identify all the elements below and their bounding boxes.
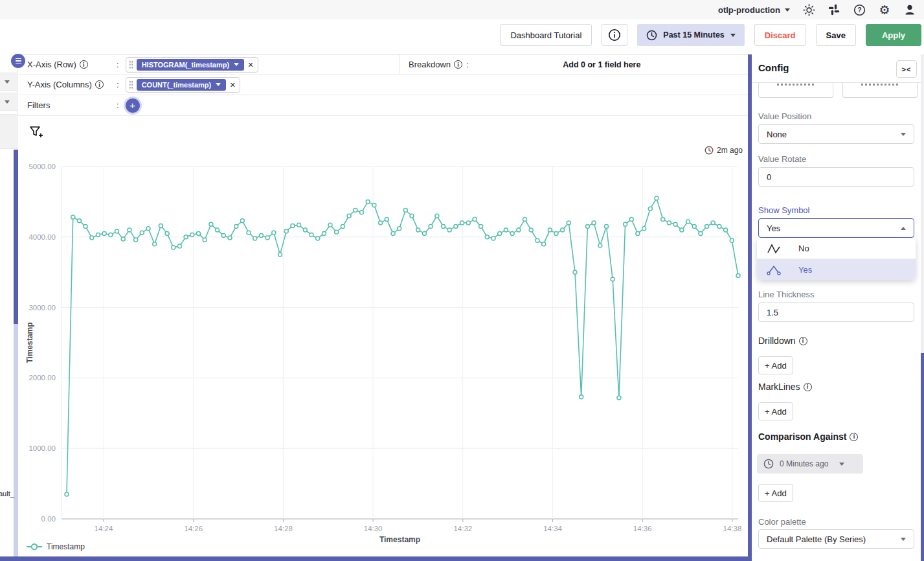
chevron-down-icon [901, 538, 906, 541]
show-symbol-select[interactable]: Yes [758, 218, 914, 238]
info-button[interactable] [602, 24, 627, 46]
drag-handle-icon[interactable] [129, 80, 133, 89]
field-chip-label: HISTOGRAM(_timestamp) [142, 61, 229, 69]
svg-text:14:38: 14:38 [723, 525, 742, 532]
clock-icon [763, 459, 774, 469]
info-icon[interactable]: i [80, 60, 88, 69]
svg-text:4000.00: 4000.00 [28, 233, 56, 241]
close-icon[interactable]: × [247, 60, 254, 69]
legend-item-timestamp[interactable]: Timestamp [26, 542, 85, 551]
y-axis-field-dropdown[interactable]: COUNT(_timestamp) [137, 79, 227, 91]
chevron-up-icon [901, 227, 906, 230]
svg-text:14:30: 14:30 [364, 525, 383, 532]
clock-icon [704, 146, 714, 155]
x-axis-field-dropdown[interactable]: HISTOGRAM(_timestamp) [137, 59, 244, 71]
time-range-label: Past 15 Minutes [663, 30, 724, 40]
y-axis-row: Y-Axis (Columns) i : COUNT(_timestamp) × [18, 74, 748, 95]
legend-label: Timestamp [47, 542, 85, 551]
y-axis-field-chip[interactable]: COUNT(_timestamp) × [126, 77, 241, 93]
help-icon[interactable]: ? [853, 3, 866, 16]
drilldown-add-button[interactable]: + Add [758, 356, 793, 374]
discard-button[interactable]: Discard [754, 24, 806, 46]
add-filter-button[interactable]: + [126, 98, 140, 113]
color-palette-select[interactable]: Default Palette (By Series) [758, 529, 914, 549]
comparison-time-select[interactable]: 0 Minutes ago [757, 454, 863, 474]
chevron-down-icon [839, 463, 844, 466]
org-selector[interactable]: otlp-production [718, 5, 790, 15]
x-axis-row: X-Axis (Row) i : HISTOGRAM(_timestamp) ×… [18, 54, 748, 74]
svg-text:14:36: 14:36 [633, 525, 652, 532]
clipped-field-text: ault_ [0, 490, 14, 498]
chevron-down-icon [901, 133, 906, 136]
svg-text:Timestamp: Timestamp [25, 322, 34, 363]
dashboard-tutorial-button[interactable]: Dashboard Tutorial [500, 24, 592, 46]
apply-button[interactable]: Apply [866, 24, 921, 46]
panel-editor-main: X-Axis (Row) i : HISTOGRAM(_timestamp) ×… [18, 54, 748, 556]
time-range-picker[interactable]: Past 15 Minutes [637, 24, 744, 46]
drag-handle-icon[interactable] [129, 60, 133, 69]
info-icon[interactable]: i [454, 60, 462, 69]
chart-panel: 2m ago 5000.004000.003000.002000.001000.… [18, 117, 748, 556]
sidebar-collapse-toggle[interactable] [0, 93, 18, 111]
add-filter-condition-icon[interactable] [28, 124, 44, 143]
refresh-time-label: 2m ago [717, 146, 743, 155]
chevron-down-icon [234, 63, 239, 66]
comparison-add-button[interactable]: + Add [758, 484, 793, 502]
chevron-down-icon [730, 34, 736, 37]
clock-icon [646, 30, 657, 41]
clipped-input[interactable] [758, 83, 833, 98]
comparison-against-label: Comparison Againsti [758, 431, 858, 442]
sidebar-menu-button[interactable] [11, 54, 25, 68]
breakdown-section: Breakdown i : Add 0 or 1 field here [400, 55, 748, 74]
close-icon[interactable]: × [229, 80, 236, 89]
value-rotate-input[interactable] [758, 167, 914, 187]
line-thickness-label: Line Thickness [758, 290, 814, 299]
field-chip-label: COUNT(_timestamp) [142, 81, 212, 89]
show-symbol-option-yes[interactable]: Yes [757, 259, 916, 280]
svg-text:2000.00: 2000.00 [28, 374, 56, 382]
settings-gear-icon[interactable]: ⚙ [878, 3, 891, 16]
sidebar-collapse-toggle[interactable] [0, 73, 18, 91]
timeseries-chart[interactable]: 5000.004000.003000.002000.001000.000.001… [18, 156, 748, 556]
show-symbol-label: Show Symbol [758, 205, 809, 215]
collapse-panel-button[interactable]: >< [896, 60, 917, 78]
collapsed-sidebar-rail: ault_ [0, 54, 18, 556]
svg-text:?: ? [857, 6, 861, 14]
breakdown-label: Breakdown [409, 60, 451, 69]
value-rotate-label: Value Rotate [758, 154, 806, 164]
value-position-label: Value Position [758, 111, 811, 121]
line-thickness-input[interactable] [758, 303, 914, 322]
svg-text:3000.00: 3000.00 [28, 304, 56, 312]
sidebar-section-stub [0, 114, 18, 149]
sidebar-scrollbar-thumb[interactable] [14, 150, 18, 324]
save-button[interactable]: Save [816, 24, 856, 46]
marklines-add-button[interactable]: + Add [758, 402, 793, 420]
chevron-down-icon [5, 100, 10, 104]
svg-text:14:32: 14:32 [453, 525, 472, 532]
config-panel: Config >< Value Position None Value Rota… [752, 54, 921, 561]
value-position-select[interactable]: None [758, 124, 914, 144]
theme-toggle-icon[interactable] [802, 3, 815, 16]
clipped-input[interactable] [842, 83, 918, 98]
info-icon[interactable]: i [804, 383, 812, 391]
user-profile-icon[interactable] [903, 3, 916, 16]
chevron-down-icon [5, 80, 10, 84]
show-symbol-option-no[interactable]: No [757, 238, 916, 259]
info-icon[interactable]: i [799, 337, 807, 345]
top-bar: otlp-production ? ⚙ [0, 0, 924, 19]
svg-text:1000.00: 1000.00 [28, 444, 56, 452]
x-axis-field-chip[interactable]: HISTOGRAM(_timestamp) × [126, 57, 259, 73]
info-icon[interactable]: i [95, 80, 104, 89]
slack-icon[interactable] [828, 3, 840, 16]
config-title: Config [758, 62, 789, 73]
breakdown-drop-target[interactable]: Add 0 or 1 field here [475, 60, 748, 69]
horizontal-scrollbar[interactable] [0, 556, 752, 561]
last-refreshed-indicator: 2m ago [704, 146, 743, 155]
filters-label: Filters [27, 100, 50, 110]
org-selector-label: otlp-production [718, 5, 780, 15]
info-icon[interactable]: i [850, 433, 858, 441]
config-scrollbar-thumb[interactable] [921, 353, 924, 561]
chevron-down-icon [785, 8, 790, 12]
config-header: Config >< [752, 54, 921, 83]
marklines-label: MarkLinesi [758, 382, 812, 392]
